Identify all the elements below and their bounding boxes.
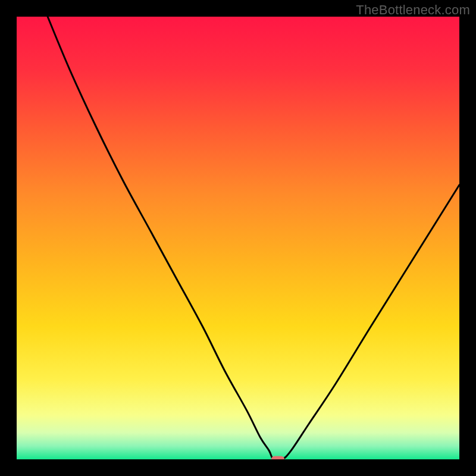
bottleneck-curve <box>17 17 459 459</box>
watermark-text: TheBottleneck.com <box>356 2 470 18</box>
plot-area <box>17 17 459 459</box>
chart-frame: TheBottleneck.com <box>0 0 476 476</box>
optimal-point-marker <box>271 456 284 460</box>
